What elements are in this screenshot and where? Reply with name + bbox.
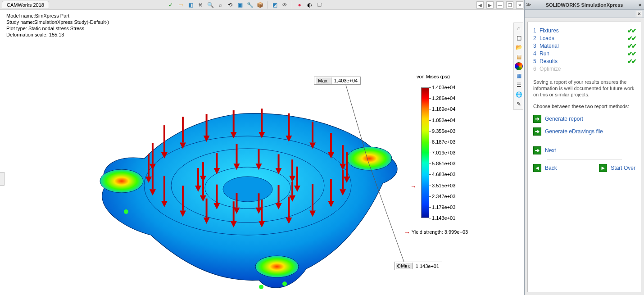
sketch-tool-icon[interactable]: ✎ <box>515 100 523 108</box>
info-study: Study name:SimulationXpress Study(-Defau… <box>6 19 109 25</box>
max-callout[interactable]: Max: 1.403e+04 <box>314 77 361 85</box>
render-cube-icon[interactable]: ◩ <box>271 1 279 9</box>
svg-marker-25 <box>204 218 210 224</box>
box-icon[interactable]: ▣ <box>236 1 244 9</box>
svg-marker-29 <box>161 201 168 207</box>
svg-point-4 <box>100 169 143 193</box>
wizard-step-loads[interactable]: 2Loads✔✔ <box>533 34 635 42</box>
wizard-step-material[interactable]: 3Material✔✔ <box>533 42 635 50</box>
main-toolbar: ✓▭◧⤧🔍⌕⟲▣🔧📦◩👁●◐🖵 <box>167 0 323 9</box>
appearance-icon[interactable]: ● <box>295 1 304 9</box>
check-icon: ✔✔ <box>627 35 635 42</box>
svg-rect-36 <box>163 125 165 152</box>
wizard-step-results[interactable]: 5Results✔✔ <box>533 57 635 65</box>
svg-rect-80 <box>291 159 293 176</box>
svg-marker-65 <box>213 203 220 209</box>
svg-marker-75 <box>234 163 240 170</box>
info-deformation: Deformation scale: 155.13 <box>6 32 109 38</box>
rotate-icon[interactable]: ⟲ <box>226 1 234 9</box>
svg-rect-54 <box>296 167 298 186</box>
svg-marker-45 <box>259 132 265 138</box>
graphics-viewport[interactable]: Model name:SimXpress Part Study name:Sim… <box>0 10 524 295</box>
visibility-icon[interactable]: 👁 <box>281 1 289 9</box>
svg-point-9 <box>282 281 287 286</box>
svg-rect-74 <box>236 144 238 164</box>
sim-description: Saving a report of your results ensures … <box>533 79 635 98</box>
svg-marker-27 <box>180 211 186 217</box>
appearances-icon[interactable] <box>515 62 523 70</box>
left-flyout-handle[interactable] <box>0 172 5 186</box>
svg-marker-19 <box>286 218 292 224</box>
svg-marker-43 <box>231 132 237 138</box>
back-link[interactable]: Back <box>533 164 557 172</box>
wizard-step-run[interactable]: 4Run✔✔ <box>533 50 635 57</box>
min-callout[interactable]: ⊕Min: 1.143e+01 <box>394 262 442 270</box>
svg-marker-81 <box>289 176 295 182</box>
axis-icon[interactable]: ⤧ <box>196 1 204 9</box>
sim-panel-pin-icon[interactable]: × <box>636 2 644 8</box>
window-control-2[interactable]: — <box>496 1 503 9</box>
svg-marker-63 <box>234 208 240 214</box>
svg-point-5 <box>347 147 392 170</box>
forum-icon[interactable]: 🌐 <box>515 91 523 99</box>
svg-marker-13 <box>340 189 346 195</box>
svg-rect-78 <box>278 154 280 168</box>
svg-marker-37 <box>161 152 168 159</box>
view-palette-icon[interactable]: ▤ <box>515 53 523 61</box>
check-icon: ✔✔ <box>627 27 635 34</box>
svg-marker-79 <box>276 168 282 174</box>
svg-rect-20 <box>261 200 263 221</box>
svg-rect-42 <box>233 110 235 132</box>
svg-rect-60 <box>258 193 259 207</box>
package-icon[interactable]: 📦 <box>256 1 264 9</box>
generate-report-link[interactable]: ➔ Generate report <box>533 115 635 123</box>
svg-point-0 <box>144 136 351 235</box>
legend-tick: 9.355e+03 <box>432 128 455 134</box>
svg-rect-34 <box>152 143 154 164</box>
legend-tick: 1.286e+04 <box>432 95 455 101</box>
legend-tick: 8.187e+03 <box>432 139 455 145</box>
sim-panel-title: SOLIDWORKS SimulationXpress <box>533 2 636 8</box>
resources-icon[interactable]: ☰ <box>515 81 523 89</box>
svg-marker-31 <box>150 189 156 195</box>
svg-rect-22 <box>233 201 235 221</box>
svg-rect-50 <box>330 133 332 152</box>
open-folder-icon[interactable]: 📂 <box>515 43 523 51</box>
start-over-link[interactable]: Start Over <box>599 164 635 172</box>
cube-icon[interactable]: ◧ <box>186 1 195 9</box>
display-icon[interactable]: 🖵 <box>315 1 323 9</box>
zoom-area-icon[interactable]: ⌕ <box>216 1 224 9</box>
window-control-3[interactable]: ❐ <box>506 1 513 9</box>
generate-edrawings-link[interactable]: ➔ Generate eDrawings file <box>533 127 635 136</box>
camworks-tab[interactable]: CAMWorks 2018 <box>2 1 49 9</box>
next-link[interactable]: ➔ Next <box>533 146 635 154</box>
svg-rect-64 <box>216 185 218 203</box>
scene-icon[interactable]: ◐ <box>305 1 313 9</box>
svg-rect-70 <box>202 162 204 176</box>
wrench-icon[interactable]: 🔧 <box>246 1 254 9</box>
decals-icon[interactable]: ▦ <box>515 72 523 80</box>
check-icon: ✔✔ <box>627 42 635 50</box>
svg-marker-49 <box>309 142 316 149</box>
collapse-panel-icon[interactable]: ≫ <box>525 2 533 8</box>
svg-marker-69 <box>195 186 201 192</box>
window-control-4[interactable]: ✕ <box>516 1 523 9</box>
sim-panel-close-icon[interactable]: ✕ <box>636 11 642 17</box>
legend-tick: 7.019e+03 <box>432 150 455 155</box>
svg-line-83 <box>368 161 405 264</box>
svg-rect-12 <box>342 170 344 189</box>
part-tree-icon[interactable]: ◫ <box>515 34 523 42</box>
accept-icon[interactable]: ✓ <box>167 1 175 9</box>
svg-marker-39 <box>180 142 186 149</box>
legend-tick: 1.179e+03 <box>432 204 455 210</box>
window-control-0[interactable]: ◀ <box>476 1 484 9</box>
wizard-step-fixtures[interactable]: 1Fixtures✔✔ <box>533 27 635 34</box>
document-icon[interactable]: ▭ <box>177 1 185 9</box>
svg-marker-33 <box>145 177 152 183</box>
svg-rect-30 <box>152 166 154 189</box>
legend-tick: 1.052e+04 <box>432 118 455 123</box>
window-control-1[interactable]: ▶ <box>486 1 494 9</box>
magnify-icon[interactable]: 🔍 <box>206 1 214 9</box>
home-icon[interactable]: ⌂ <box>515 24 523 32</box>
svg-rect-24 <box>206 199 208 218</box>
